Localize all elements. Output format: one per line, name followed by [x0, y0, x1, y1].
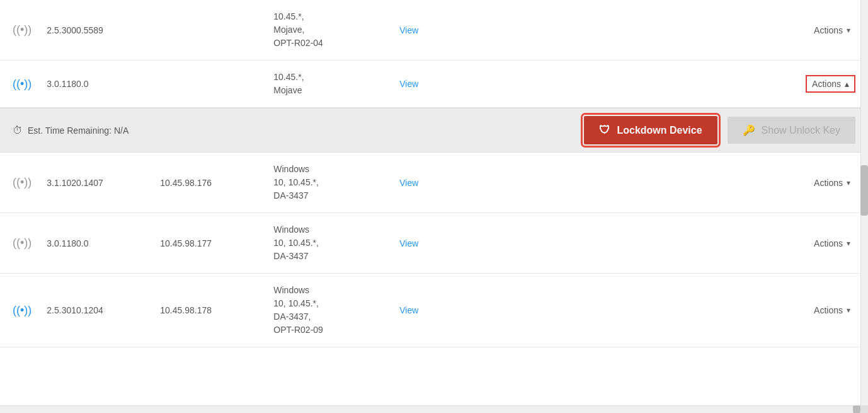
actions-label: Actions	[812, 79, 841, 89]
lockdown-label: Lockdown Device	[617, 125, 702, 136]
view-cell: View	[392, 61, 755, 108]
version-cell: 2.5.3010.1204	[39, 274, 152, 347]
ip-cell: 10.45.98.178	[152, 274, 266, 347]
horizontal-scrollbar[interactable]	[0, 405, 860, 413]
wifi-icon: ((•))	[13, 176, 31, 189]
est-time-label: Est. Time Remaining: N/A	[28, 125, 128, 136]
toolbar-cell: ⏱ Est. Time Remaining: N/A 🛡 Lockdown De…	[0, 108, 868, 153]
actions-button[interactable]: Actions ▾	[809, 23, 855, 38]
wifi-icon: ((•))	[13, 236, 31, 249]
chevron-icon: ▾	[847, 178, 850, 187]
chevron-icon: ▾	[847, 306, 850, 315]
actions-cell: Actions ▾	[755, 153, 868, 213]
wifi-icon: ((•))	[13, 78, 31, 90]
view-link[interactable]: View	[399, 305, 418, 315]
view-link[interactable]: View	[399, 238, 418, 248]
wifi-icon-cell: ((•))	[0, 274, 39, 347]
tags-cell: 10.45.*, Mojave, OPT-R02-04	[266, 0, 392, 61]
tags-cell: Windows 10, 10.45.*, DA-3437	[266, 213, 392, 274]
scrollbar-corner	[860, 405, 868, 413]
wifi-icon-cell: ((•))	[0, 153, 39, 213]
view-link[interactable]: View	[399, 178, 418, 188]
actions-cell: Actions ▴	[755, 61, 868, 108]
chevron-icon: ▾	[847, 239, 850, 248]
actions-button[interactable]: Actions ▾	[809, 303, 855, 318]
table-row: ((•)) 3.1.1020.1407 10.45.98.176 Windows…	[0, 153, 868, 213]
wifi-icon: ((•))	[13, 23, 31, 36]
ip-cell: 10.45.98.176	[152, 153, 266, 213]
table-row: ((•)) 2.5.3000.5589 10.45.*, Mojave, OPT…	[0, 0, 868, 61]
ip-cell	[152, 0, 266, 61]
actions-label: Actions	[814, 305, 843, 315]
actions-button[interactable]: Actions ▴	[806, 75, 855, 93]
expanded-row: ⏱ Est. Time Remaining: N/A 🛡 Lockdown De…	[0, 108, 868, 153]
tags-cell: 10.45.*, Mojave	[266, 61, 392, 108]
table-container: ((•)) 2.5.3000.5589 10.45.*, Mojave, OPT…	[0, 0, 868, 413]
wifi-icon: ((•))	[13, 304, 31, 317]
view-cell: View	[392, 213, 755, 274]
view-cell: View	[392, 153, 755, 213]
actions-button[interactable]: Actions ▾	[809, 236, 855, 251]
actions-label: Actions	[814, 238, 843, 248]
ip-cell	[152, 61, 266, 108]
lockdown-device-button[interactable]: 🛡 Lockdown Device	[584, 116, 717, 144]
view-link[interactable]: View	[399, 79, 418, 89]
show-unlock-key-button[interactable]: 🔑 Show Unlock Key	[728, 117, 855, 144]
key-icon: 🔑	[743, 124, 755, 136]
clock-icon: ⏱	[13, 125, 23, 136]
actions-cell: Actions ▾	[755, 213, 868, 274]
vertical-scrollbar[interactable]	[860, 0, 868, 413]
tags-cell: Windows 10, 10.45.*, DA-3437	[266, 153, 392, 213]
shield-icon: 🛡	[599, 124, 610, 137]
est-time-container: ⏱ Est. Time Remaining: N/A	[13, 125, 574, 136]
version-cell: 3.0.1180.0	[39, 61, 152, 108]
actions-label: Actions	[814, 25, 843, 35]
ip-cell: 10.45.98.177	[152, 213, 266, 274]
unlock-key-label: Show Unlock Key	[762, 125, 840, 136]
table-row: ((•)) 2.5.3010.1204 10.45.98.178 Windows…	[0, 274, 868, 347]
scrollbar-thumb-v[interactable]	[860, 165, 868, 216]
version-cell: 2.5.3000.5589	[39, 0, 152, 61]
page-wrapper: ((•)) 2.5.3000.5589 10.45.*, Mojave, OPT…	[0, 0, 868, 413]
version-cell: 3.0.1180.0	[39, 213, 152, 274]
view-link[interactable]: View	[399, 25, 418, 35]
actions-cell: Actions ▾	[755, 274, 868, 347]
wifi-icon-cell: ((•))	[0, 61, 39, 108]
view-cell: View	[392, 0, 755, 61]
actions-button[interactable]: Actions ▾	[809, 175, 855, 190]
devices-table: ((•)) 2.5.3000.5589 10.45.*, Mojave, OPT…	[0, 0, 868, 347]
chevron-icon: ▾	[847, 26, 850, 35]
table-row: ((•)) 3.0.1180.0 10.45.98.177 Windows 10…	[0, 213, 868, 274]
wifi-icon-cell: ((•))	[0, 0, 39, 61]
wifi-icon-cell: ((•))	[0, 213, 39, 274]
chevron-icon: ▴	[845, 79, 849, 89]
version-cell: 3.1.1020.1407	[39, 153, 152, 213]
tags-cell: Windows 10, 10.45.*, DA-3437, OPT-R02-09	[266, 274, 392, 347]
actions-cell: Actions ▾	[755, 0, 868, 61]
table-row: ((•)) 3.0.1180.0 10.45.*, Mojave View Ac…	[0, 61, 868, 108]
action-toolbar: ⏱ Est. Time Remaining: N/A 🛡 Lockdown De…	[0, 108, 868, 152]
view-cell: View	[392, 274, 755, 347]
actions-label: Actions	[814, 178, 843, 188]
scrollbar-thumb-h[interactable]	[853, 405, 860, 413]
